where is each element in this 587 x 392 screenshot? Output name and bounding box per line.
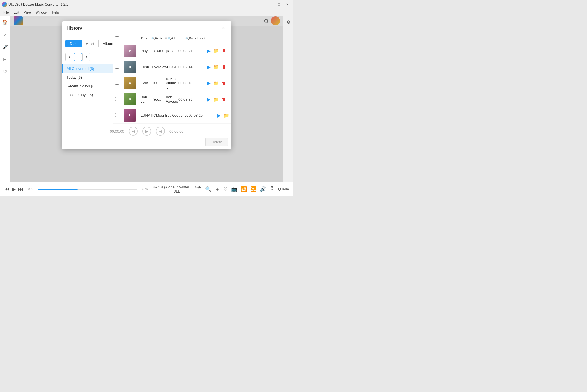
artist-header-label: Artist [155,36,163,40]
delete-button[interactable]: Delete [205,138,228,146]
filter-recent-7-days[interactable]: Recent 7 days (6) [62,82,113,91]
row3-folder-button[interactable]: 📁 [213,80,220,86]
row1-play-button[interactable]: ▶ [207,48,211,54]
mini-player: 00:00:00 ⏮ ▶ ⏭ 00:00:00 [65,127,228,136]
row4-play-button[interactable]: ▶ [207,96,211,103]
queue-label[interactable]: Queue [278,187,289,191]
player-time-end: 00:00:00 [169,129,184,133]
player-add-button[interactable]: ＋ [215,186,220,193]
row4-duration: 00:03:39 [178,97,207,102]
row5-thumb-cell: L [124,109,141,122]
album-search-icon[interactable]: 🔍 [185,37,189,40]
main-area: ⚙ History × Date Artist [10,16,283,182]
row4-album: Bon Voyage [166,95,178,103]
menu-file[interactable]: File [1,10,11,15]
prev-page-button[interactable]: < [65,53,73,61]
filter-last-30-days[interactable]: Last 30 days (6) [62,91,113,99]
player-heart-button[interactable]: ♡ [223,186,228,192]
modal-close-button[interactable]: × [220,25,227,32]
app-icon [2,2,7,7]
row5-folder-button[interactable]: 📁 [223,112,230,119]
row2-duration: 00:02:44 [178,65,207,69]
row4-checkbox[interactable] [115,97,119,101]
row4-folder-button[interactable]: 📁 [213,96,220,103]
row3-delete-button[interactable]: 🗑 [221,80,227,86]
pagination: < 1 > [62,51,113,64]
row5-artist: MoonByul [156,113,172,118]
sidebar-heart-icon[interactable]: ♡ [1,68,9,76]
row5-checkbox-cell [115,113,124,118]
title-sort-icon[interactable]: ⇅ [148,37,150,40]
artist-sort-icon[interactable]: ⇅ [165,37,167,40]
current-page[interactable]: 1 [74,53,82,61]
player-eq-icon[interactable]: 🎛 [270,186,275,192]
maximize-button[interactable]: □ [275,1,283,8]
row4-title: Bon vo... [141,95,153,103]
menu-help[interactable]: Help [50,10,62,15]
player-skip-next-button[interactable]: ⏭ [18,186,23,192]
row2-folder-button[interactable]: 📁 [213,64,220,70]
row1-folder-button[interactable]: 📁 [213,48,220,54]
menu-view[interactable]: View [21,10,33,15]
row3-artist: IU [153,81,166,85]
table-row: L LUNATIC MoonByul 6equence 00:03:25 ▶ 📁… [113,107,231,124]
filter-today[interactable]: Today (6) [62,73,113,82]
artist-search-icon[interactable]: 🔍 [168,37,171,40]
sidebar-mic-icon[interactable]: 🎤 [1,43,9,51]
player-prev-button[interactable]: ⏮ [129,127,138,136]
row3-play-button[interactable]: ▶ [207,80,211,86]
row3-title: Coin [141,81,153,85]
sidebar-music-icon[interactable]: ♪ [1,30,9,38]
sidebar-home-icon[interactable]: 🏠 [1,18,9,26]
row4-delete-button[interactable]: 🗑 [221,96,227,102]
select-all-checkbox[interactable] [115,36,119,40]
row5-play-button[interactable]: ▶ [217,112,221,119]
row5-actions: ▶ 📁 🗑 [217,112,231,119]
filter-panel: Date Artist Album < 1 > All Converted (6… [62,34,113,124]
row3-checkbox[interactable] [115,81,119,85]
duration-sort-icon[interactable]: ⇅ [203,37,206,40]
progress-fill [38,189,78,190]
header-duration: Duration ⇅ [189,36,217,40]
row1-delete-button[interactable]: 🗑 [221,48,227,54]
player-shuffle-icon[interactable]: 🔀 [250,186,257,192]
row2-checkbox[interactable] [115,65,119,69]
row1-thumb-cell: P [124,45,141,57]
settings-gear-icon[interactable]: ⚙ [284,18,292,26]
sidebar-grid-icon[interactable]: ⊞ [1,55,9,63]
window-controls: — □ × [266,1,291,8]
next-page-button[interactable]: > [82,53,90,61]
header-album: Album ⇅ 🔍 [171,36,189,40]
tab-date[interactable]: Date [65,40,82,47]
album-sort-icon[interactable]: ⇅ [182,37,185,40]
player-volume-icon[interactable]: 🔊 [260,186,266,192]
row5-checkbox[interactable] [115,113,119,117]
player-repeat-icon[interactable]: 🔁 [241,186,247,192]
player-play-pause-button[interactable]: ▶ [12,186,16,192]
tab-artist[interactable]: Artist [82,40,98,47]
player-cast-icon[interactable]: 📺 [231,186,237,192]
player-search-icon[interactable]: 🔍 [205,186,211,192]
progress-bar[interactable] [38,189,137,190]
player-bar-time-end: 03:39 [141,188,149,191]
menu-edit[interactable]: Edit [11,10,21,15]
player-skip-prev-button[interactable]: ⏮ [5,186,10,192]
row2-checkbox-cell [115,65,124,69]
row3-actions: ▶ 📁 🗑 [207,80,229,86]
delete-section: Delete [65,138,228,146]
player-next-button[interactable]: ⏭ [156,127,165,136]
row2-play-button[interactable]: ▶ [207,64,211,70]
menu-window[interactable]: Window [33,10,50,15]
album-header-label: Album [171,36,181,40]
filter-all-converted[interactable]: All Converted (6) [62,64,113,73]
title-search-icon[interactable]: 🔍 [151,37,155,40]
minimize-button[interactable]: — [266,1,274,8]
player-play-button[interactable]: ▶ [142,127,151,136]
row1-checkbox[interactable] [115,49,119,52]
close-window-button[interactable]: × [283,1,291,8]
row2-delete-button[interactable]: 🗑 [221,64,227,70]
row3-duration: 00:03:13 [178,81,207,85]
row3-album: IU 5th Album 'LI... [166,77,178,89]
row3-checkbox-cell [115,81,124,85]
row4-actions: ▶ 📁 🗑 [207,96,229,103]
